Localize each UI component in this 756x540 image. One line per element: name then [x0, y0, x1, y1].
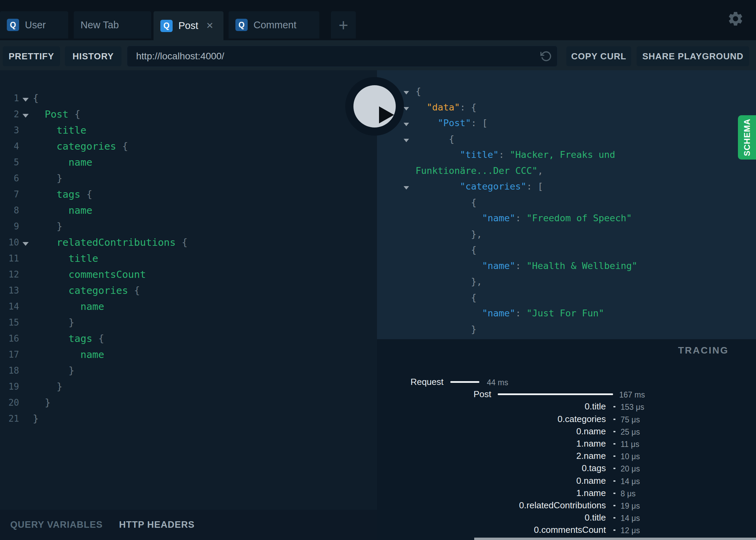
add-tab-button[interactable]: + [331, 11, 356, 39]
tab-comment[interactable]: Q Comment [229, 11, 319, 39]
query-badge-icon: Q [7, 19, 19, 31]
tracing-field-label: Request [377, 376, 444, 388]
fold-gutter[interactable] [19, 106, 33, 122]
tracing-dash [613, 517, 615, 519]
tab-post[interactable]: Q Post ✕ [154, 11, 223, 40]
fold-gutter[interactable] [19, 235, 33, 251]
plus-icon: + [338, 16, 348, 34]
tracing-row: 0.name25 μs [377, 425, 756, 437]
tracing-field-label: 1.name [377, 437, 606, 450]
line-number: 4 [0, 138, 19, 154]
line-number: 10 [0, 235, 19, 251]
chevron-down-icon [404, 139, 409, 142]
tracing-dash [613, 505, 615, 506]
response-line: }, [377, 226, 756, 242]
chevron-down-icon [404, 123, 409, 126]
tracing-duration: 153 μs [621, 401, 644, 413]
editor-line: 13 categories { [0, 283, 377, 299]
tracing-field-label: Post [377, 388, 491, 400]
tracing-duration: 12 μs [621, 524, 640, 537]
prettify-button[interactable]: PRETTIFY [3, 46, 60, 66]
line-number: 17 [0, 347, 19, 363]
tracing-dash [613, 431, 615, 432]
tab-query-variables[interactable]: QUERY VARIABLES [10, 520, 103, 530]
editor-line: 5 name [0, 154, 377, 170]
close-icon[interactable]: ✕ [206, 20, 214, 31]
editor-line: 11 title [0, 251, 377, 267]
copy-curl-button[interactable]: COPY CURL [566, 46, 631, 66]
play-icon [353, 85, 396, 127]
tracing-field-label: 0.categories [377, 413, 606, 425]
line-number: 12 [0, 267, 19, 283]
line-number: 19 [0, 379, 19, 395]
response-line: "categories": [ [377, 179, 756, 195]
bottom-tabs: QUERY VARIABLES HTTP HEADERS [0, 510, 377, 540]
tracing-duration: 10 μs [621, 450, 640, 463]
editor-line: 9 } [0, 219, 377, 235]
history-button[interactable]: HISTORY [65, 46, 121, 66]
tracing-field-label: 0.commentsCount [377, 524, 606, 536]
endpoint-field-wrap [127, 46, 557, 67]
line-number: 7 [0, 186, 19, 202]
response-line: "Post": [ [377, 115, 756, 131]
tab-label: User [25, 19, 46, 31]
line-number: 6 [0, 170, 19, 186]
editor-line: 15 } [0, 315, 377, 331]
response-line: { [377, 195, 756, 211]
gear-icon[interactable] [727, 10, 744, 27]
tab-user[interactable]: Q User [0, 11, 68, 39]
tracing-dash [613, 529, 615, 531]
schema-tab-label: SCHEMA [742, 119, 752, 156]
query-editor-lines: 1{2 Post {3 title4 categories {5 name6 }… [0, 70, 377, 427]
editor-line: 8 name [0, 202, 377, 219]
tracing-row: 0.categories75 μs [377, 413, 756, 425]
fold-gutter[interactable] [19, 90, 33, 106]
tab-bar: Q User New Tab Q Post ✕ Q Comment + [0, 0, 756, 40]
tracing-dash [613, 493, 615, 494]
tab-http-headers[interactable]: HTTP HEADERS [119, 520, 195, 530]
execute-query-button[interactable] [345, 77, 404, 136]
line-number: 13 [0, 283, 19, 299]
editor-line: 17 name [0, 347, 377, 363]
share-playground-button[interactable]: SHARE PLAYGROUND [637, 46, 749, 66]
graphql-playground-window: Q User New Tab Q Post ✕ Q Comment + PRET… [0, 0, 756, 540]
editor-line: 18 } [0, 363, 377, 379]
response-lines: { "data": { "Post": [ { "title": "Hacker… [377, 70, 756, 339]
response-line: { [377, 131, 756, 147]
tracing-row: 0.title14 μs [377, 511, 756, 524]
tracing-row: 2.name10 μs [377, 450, 756, 462]
tracing-dash [613, 455, 615, 457]
fold-gutter[interactable] [377, 179, 416, 195]
schema-side-tab[interactable]: SCHEMA [738, 115, 756, 160]
tab-label: Post [178, 20, 198, 31]
tracing-field-label: 0.name [377, 425, 606, 437]
tracing-duration: 11 μs [621, 438, 639, 450]
query-badge-icon: Q [235, 19, 248, 31]
tracing-duration-bar [498, 393, 613, 395]
tracing-toggle[interactable]: TRACING [678, 345, 729, 356]
editor-line: 19 } [0, 379, 377, 395]
line-number: 5 [0, 154, 19, 170]
endpoint-input[interactable] [127, 46, 557, 67]
tracing-dash [613, 406, 615, 407]
horizontal-scrollbar[interactable] [474, 538, 756, 540]
response-line: { [377, 242, 756, 258]
line-number: 2 [0, 106, 19, 122]
query-editor[interactable]: 1{2 Post {3 title4 categories {5 name6 }… [0, 70, 377, 510]
tracing-duration: 25 μs [621, 426, 640, 438]
tracing-duration: 167 ms [619, 389, 645, 401]
response-line: "name": "Just For Fun" [377, 305, 756, 321]
editor-line: 4 categories { [0, 138, 377, 154]
tracing-duration: 8 μs [621, 487, 636, 500]
tab-new-tab[interactable]: New Tab [74, 11, 151, 39]
reload-icon[interactable] [540, 50, 552, 62]
editor-line: 12 commentsCount [0, 267, 377, 283]
tracing-duration: 14 μs [621, 475, 640, 487]
line-number: 15 [0, 315, 19, 331]
tracing-row: 1.name8 μs [377, 487, 756, 499]
tracing-duration: 19 μs [621, 500, 640, 512]
chevron-down-icon [404, 186, 409, 190]
line-number: 3 [0, 122, 19, 138]
response-line: { [377, 290, 756, 306]
line-number: 11 [0, 251, 19, 267]
